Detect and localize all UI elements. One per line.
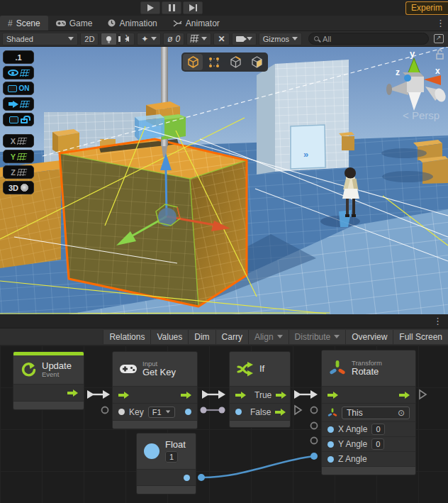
view-tabbar: # Scene Game Animation Animator ⋮ (0, 16, 448, 31)
axis-y-label: y (410, 48, 415, 59)
tab-animator[interactable]: Animator (165, 16, 228, 31)
rotate-outer-port-y[interactable] (311, 438, 318, 444)
draw-mode-dropdown[interactable]: Shaded (2, 33, 78, 45)
progrids-lock-grid-button[interactable] (3, 113, 34, 126)
scene-grid-icon: # (8, 18, 13, 28)
rotate-outer-port-x[interactable] (311, 423, 318, 429)
tab-overflow-menu[interactable]: ⋮ (436, 18, 445, 28)
scene-canvas[interactable]: » (0, 47, 448, 314)
getkey-outer-port[interactable] (102, 407, 108, 414)
chevron-down-icon (334, 335, 340, 338)
progrids-snap-enabled-button[interactable]: ON (3, 82, 34, 95)
tab-game[interactable]: Game (48, 16, 101, 31)
search-input[interactable] (323, 35, 423, 43)
tab-scene[interactable]: # Scene (0, 16, 48, 31)
carry-button[interactable]: Carry (215, 330, 248, 344)
animator-icon (173, 20, 182, 27)
value-wire-getkey-to-if[interactable] (201, 407, 225, 414)
box-icon (8, 85, 17, 92)
building[interactable]: » (257, 60, 349, 175)
full-screen-button[interactable]: Full Screen (393, 330, 448, 344)
graph-toolbar: Relations Values Dim Carry Align Distrib… (0, 328, 448, 346)
gizmos-dropdown[interactable]: Gizmos (259, 33, 302, 45)
dim-button[interactable]: Dim (188, 330, 215, 344)
pause-icon (169, 4, 175, 11)
lightbulb-icon (106, 36, 111, 41)
camera-dropdown[interactable] (232, 33, 257, 45)
chevron-down-icon (292, 37, 298, 40)
grid-icon (191, 35, 200, 43)
pause-button[interactable] (162, 1, 181, 14)
axis-z-label: z (396, 67, 400, 77)
lighting-toggle[interactable] (101, 33, 116, 45)
progrids-panel: .1 ON X Y Z 3D (3, 50, 34, 194)
gamepad-icon (56, 20, 66, 27)
effects-dropdown[interactable]: ✦ (137, 33, 161, 45)
overview-button[interactable]: Overview (345, 330, 393, 344)
sphere-icon (21, 184, 28, 192)
flow-wire-if-to-rotate[interactable] (294, 390, 318, 399)
flow-wire-update-to-getkey[interactable] (87, 390, 110, 399)
distribute-dropdown[interactable]: Distribute (289, 330, 346, 344)
scene-view[interactable]: » (0, 47, 448, 314)
grid-icon (20, 70, 30, 77)
edge-mode-button[interactable] (225, 54, 245, 70)
progrids-show-grid-button[interactable] (3, 66, 34, 79)
axis-z-ball[interactable] (404, 74, 411, 82)
progrids-x-axis-button[interactable]: X (3, 134, 34, 148)
chevron-down-icon (277, 335, 283, 338)
component-tools-button[interactable]: ✕ (213, 33, 229, 45)
values-button[interactable]: Values (150, 330, 188, 344)
progrids-y-axis-button[interactable]: Y (3, 150, 34, 163)
door-chevron: » (303, 149, 308, 160)
rotate-outer-port-this[interactable] (311, 407, 318, 414)
hidden-objects-toggle[interactable]: ø0 (163, 33, 184, 45)
lock-icon (21, 118, 28, 123)
object-mode-button[interactable] (183, 54, 203, 70)
grid-visibility-dropdown[interactable] (186, 33, 211, 45)
grid-icon (17, 169, 27, 176)
grid-icon (20, 101, 30, 108)
transport-bar: Experim (0, 0, 448, 16)
relations-button[interactable]: Relations (103, 330, 150, 344)
false-unconnected-port[interactable] (295, 406, 301, 414)
face-mode-button[interactable] (247, 54, 267, 70)
object-cube-icon (187, 56, 199, 68)
play-button[interactable] (140, 1, 160, 14)
step-button[interactable] (183, 1, 203, 14)
align-dropdown[interactable]: Align (248, 330, 289, 344)
audio-toggle[interactable] (119, 33, 135, 45)
2d-toggle[interactable]: 2D (80, 33, 99, 45)
progrids-push-to-grid-button[interactable] (3, 97, 34, 111)
graph-canvas[interactable]: Update Event Input Get Key (0, 346, 448, 503)
flow-wire-getkey-to-if[interactable] (202, 390, 225, 399)
maximize-icon[interactable] (434, 34, 444, 43)
play-icon (147, 4, 154, 11)
edge-cube-icon (230, 56, 242, 68)
eye-slash-icon: ø (167, 34, 172, 44)
graph-wires (0, 346, 448, 503)
graph-overflow-menu[interactable]: ⋮ (433, 316, 442, 326)
progrids-z-axis-button[interactable]: Z (3, 165, 34, 179)
speaker-icon (125, 36, 129, 42)
scene-search[interactable] (308, 33, 429, 45)
value-wire-float-to-zangle[interactable] (198, 453, 318, 481)
tab-animation[interactable]: Animation (100, 16, 164, 31)
progrids-snap-size-button[interactable]: .1 (3, 50, 34, 64)
tools-icon: ✕ (218, 34, 225, 44)
face-cube-icon (251, 56, 263, 68)
progrids-3d-mode-button[interactable]: 3D (3, 181, 34, 194)
vertex-mode-button[interactable] (204, 54, 224, 70)
vertex-icon (208, 57, 220, 68)
door[interactable] (291, 125, 325, 169)
box-icon (9, 116, 18, 123)
search-icon (314, 36, 319, 41)
scene-toolbar: Shaded 2D ✦ ø0 ✕ Gizmos (0, 31, 448, 47)
eye-icon (8, 70, 18, 76)
chevron-down-icon (68, 37, 74, 40)
persp-label[interactable]: < Persp (403, 109, 439, 121)
rotate-flow-unconnected-port[interactable] (420, 390, 426, 399)
clock-icon (108, 19, 116, 27)
camera-icon (236, 36, 244, 42)
experimental-badge[interactable]: Experim (405, 1, 448, 15)
